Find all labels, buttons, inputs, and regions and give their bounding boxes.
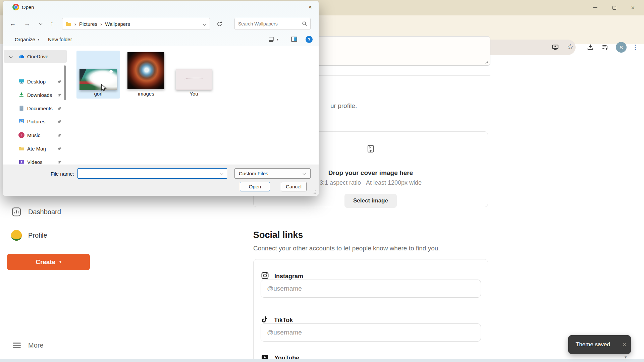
help-button[interactable]: ? xyxy=(306,35,313,44)
sidebar-item-downloads[interactable]: Downloads xyxy=(4,88,67,101)
screen: × ☆ S ⋮ ur profile. Drop your cover imag… xyxy=(0,0,644,362)
dialog-close-icon[interactable]: × xyxy=(305,2,315,12)
profile-avatar[interactable]: S xyxy=(616,42,627,53)
pin-icon[interactable] xyxy=(57,146,62,151)
more-menu-icon xyxy=(13,341,21,350)
sidebar-item-music[interactable]: ♪ Music xyxy=(4,129,67,141)
sidebar-item-dashboard[interactable]: Dashboard xyxy=(28,208,61,216)
file-name-label: File name: xyxy=(43,171,74,177)
pin-icon[interactable] xyxy=(57,79,62,84)
window-minimize-button[interactable] xyxy=(590,3,600,13)
documents-icon xyxy=(18,105,24,111)
onedrive-label: OneDrive xyxy=(27,54,48,59)
images-thumbnail xyxy=(127,52,164,89)
window-close-button[interactable]: × xyxy=(628,3,638,13)
tiktok-username-input[interactable] xyxy=(261,323,481,342)
dialog-title: Open xyxy=(22,4,34,10)
search-box[interactable] xyxy=(234,18,311,30)
desktop-label: Desktop xyxy=(27,79,46,84)
back-button[interactable]: ← xyxy=(7,18,18,29)
new-folder-button[interactable]: New folder xyxy=(48,35,72,44)
sidebar-item-documents[interactable]: Documents xyxy=(4,102,67,115)
install-app-icon[interactable] xyxy=(551,43,560,52)
open-file-dialog: Open × ← → ↑ › Pictures › Wallpapers Org… xyxy=(3,1,319,196)
pin-icon[interactable] xyxy=(57,93,62,97)
tiktok-label: TikTok xyxy=(274,317,293,324)
window-restore-button[interactable] xyxy=(609,3,619,13)
dashboard-icon xyxy=(11,207,21,217)
instagram-label: Instagram xyxy=(274,273,303,280)
file-type-select[interactable]: Custom Files xyxy=(234,168,311,179)
cancel-button[interactable]: Cancel xyxy=(281,182,307,191)
pin-icon[interactable] xyxy=(57,119,62,124)
sidebar-item-desktop[interactable]: Desktop xyxy=(4,75,67,88)
sidebar-item-ate-marj[interactable]: Ate Marj xyxy=(4,142,67,155)
toast-message: Theme saved xyxy=(576,341,610,348)
mouse-cursor xyxy=(100,83,108,92)
folder-icon xyxy=(66,21,71,26)
dialog-resize-grip[interactable] xyxy=(313,190,316,194)
pictures-label: Pictures xyxy=(27,119,45,124)
open-button[interactable]: Open xyxy=(240,182,270,191)
dialog-footer: File name: Custom Files Open Cancel xyxy=(3,165,319,196)
media-controls-icon[interactable] xyxy=(600,43,610,52)
forward-button[interactable]: → xyxy=(22,18,33,29)
file-label: gorl xyxy=(76,91,120,97)
address-dropdown-chevron[interactable] xyxy=(203,22,206,25)
downloads-icon[interactable] xyxy=(586,43,595,52)
file-name-input[interactable] xyxy=(77,168,227,179)
help-icon: ? xyxy=(306,36,313,43)
organize-caret-icon: ▾ xyxy=(38,38,39,41)
toast-notification: Theme saved × xyxy=(568,335,631,354)
bookmark-star-icon[interactable]: ☆ xyxy=(566,42,575,51)
textarea-resize-handle[interactable] xyxy=(485,60,488,64)
view-icon xyxy=(268,36,274,43)
videos-icon xyxy=(18,159,24,165)
file-label: You xyxy=(176,91,212,97)
expand-chevron-icon[interactable] xyxy=(9,55,13,58)
breadcrumb-wallpapers[interactable]: Wallpapers xyxy=(105,21,130,27)
pin-icon[interactable] xyxy=(57,133,62,137)
social-links-subheading: Connect your other accounts to let peopl… xyxy=(253,245,440,252)
file-label: images xyxy=(127,91,165,97)
create-button[interactable]: Create ▾ xyxy=(7,254,90,270)
file-tile-you[interactable]: You xyxy=(176,51,212,99)
social-links-card: Instagram TikTok YouTube xyxy=(253,259,488,362)
profile-avatar-icon xyxy=(11,230,22,241)
pin-icon[interactable] xyxy=(57,160,62,164)
window-controls: × xyxy=(590,0,644,15)
recent-locations-chevron[interactable] xyxy=(35,18,46,29)
browser-menu-icon[interactable]: ⋮ xyxy=(631,42,639,52)
breadcrumb-pictures[interactable]: Pictures xyxy=(79,21,97,27)
organize-menu[interactable]: Organize ▾ xyxy=(15,35,39,44)
search-input[interactable] xyxy=(238,19,299,28)
toast-close-icon[interactable]: × xyxy=(623,341,626,348)
create-button-label: Create xyxy=(36,258,55,266)
file-type-chevron xyxy=(303,172,306,175)
up-button[interactable]: ↑ xyxy=(47,18,57,29)
file-type-value: Custom Files xyxy=(239,171,268,176)
sidebar-item-profile[interactable]: Profile xyxy=(28,232,47,239)
instagram-username-input[interactable] xyxy=(261,280,481,298)
pin-icon[interactable] xyxy=(57,106,62,111)
breadcrumb[interactable]: › Pictures › Wallpapers xyxy=(62,18,210,30)
sidebar-item-onedrive[interactable]: OneDrive xyxy=(4,50,67,63)
folder-icon xyxy=(18,145,24,152)
sidebar-item-more[interactable]: More xyxy=(28,342,44,349)
social-links-heading: Social links xyxy=(253,230,303,240)
sidebar-item-pictures[interactable]: Pictures xyxy=(4,115,67,128)
view-selector-button[interactable]: ▾ xyxy=(268,35,278,44)
refresh-icon[interactable] xyxy=(214,18,224,29)
view-caret-icon: ▾ xyxy=(277,38,278,41)
new-folder-label: New folder xyxy=(48,37,72,42)
chrome-logo-icon xyxy=(12,4,19,10)
select-image-button[interactable]: Select image xyxy=(344,194,397,208)
you-thumbnail xyxy=(176,69,212,90)
dialog-body: OneDrive Desktop Downloads Documents xyxy=(3,46,319,165)
preview-pane-button[interactable] xyxy=(291,35,298,44)
file-tile-gorl[interactable]: gorl xyxy=(76,51,120,99)
downloads-folder-icon xyxy=(18,92,24,98)
search-icon[interactable] xyxy=(302,21,307,26)
file-tile-images[interactable]: images xyxy=(127,51,165,99)
music-icon: ♪ xyxy=(18,132,24,138)
